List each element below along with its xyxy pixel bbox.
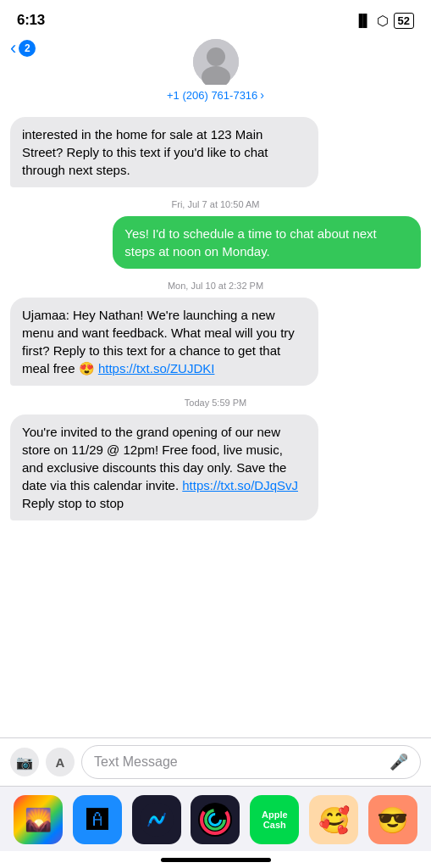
app-dock: 🌄 🅰 AppleCash 🥰 😎 [0, 786, 431, 851]
back-button[interactable]: ‹ 2 [10, 37, 36, 59]
timestamp-label: Fri, Jul 7 at 10:50 AM [10, 199, 421, 209]
input-placeholder: Text Message [94, 754, 178, 770]
home-indicator [0, 851, 431, 868]
message-row: interested in the home for sale at 123 M… [10, 117, 421, 187]
dock-photos-app[interactable]: 🌄 [14, 795, 63, 844]
message-text: Yes! I'd to schedule a time to chat abou… [124, 226, 377, 259]
microphone-icon: 🎤 [390, 753, 408, 771]
memoji2-icon: 😎 [377, 805, 408, 835]
message-link[interactable]: https://txt.so/ZUJDKI [98, 361, 215, 376]
svg-point-1 [207, 47, 225, 66]
contact-avatar [193, 39, 239, 85]
message-text: Ujamaa: Hey Nathan! We're launching a ne… [22, 308, 295, 376]
battery-icon: 52 [394, 13, 414, 29]
message-text: interested in the home for sale at 123 M… [22, 127, 268, 177]
timestamp-label: Today 5:59 PM [10, 398, 421, 408]
dock-appstore-app[interactable]: 🅰 [73, 795, 122, 844]
message-text: You're invited to the grand opening of o… [22, 425, 298, 510]
dock-memoji2-app[interactable]: 😎 [368, 795, 417, 844]
message-bubble: Ujamaa: Hey Nathan! We're launching a ne… [10, 298, 318, 386]
home-bar [161, 858, 271, 862]
input-toolbar: 📷 A Text Message 🎤 [0, 737, 431, 786]
dock-shazam-app[interactable] [132, 795, 181, 844]
message-row: You're invited to the grand opening of o… [10, 415, 421, 520]
contact-name[interactable]: +1 (206) 761-7316 › [167, 88, 264, 102]
nav-header: ‹ 2 +1 (206) 761-7316 › [0, 34, 431, 110]
message-row: Ujamaa: Hey Nathan! We're launching a ne… [10, 298, 421, 386]
message-bubble: interested in the home for sale at 123 M… [10, 117, 318, 187]
timestamp-label: Mon, Jul 10 at 2:32 PM [10, 281, 421, 291]
message-row: Yes! I'd to schedule a time to chat abou… [10, 216, 421, 269]
camera-button[interactable]: 📷 [10, 748, 39, 776]
message-bubble: Yes! I'd to schedule a time to chat abou… [113, 216, 421, 269]
cash-icon: AppleCash [262, 810, 288, 830]
chevron-right-icon: › [260, 88, 264, 102]
avatar-svg [193, 39, 239, 85]
signal-icon: ▐▌ [355, 14, 372, 27]
dock-activity-app[interactable] [191, 795, 240, 844]
message-input[interactable]: Text Message 🎤 [81, 745, 421, 779]
message-link[interactable]: https://txt.so/DJqSvJ [182, 478, 298, 492]
shazam-icon [140, 803, 174, 837]
appstore-icon: 🅰 [86, 807, 108, 833]
apps-icon: A [56, 755, 65, 770]
activity-icon [198, 803, 232, 837]
apps-button[interactable]: A [46, 748, 75, 776]
message-bubble: You're invited to the grand opening of o… [10, 415, 318, 520]
phone-screen: 6:13 ▐▌ ⬡ 52 ‹ 2 +1 (206) 761-7316 › [0, 0, 431, 868]
dock-memoji1-app[interactable]: 🥰 [309, 795, 358, 844]
wifi-icon: ⬡ [377, 13, 389, 29]
camera-icon: 📷 [16, 754, 33, 771]
memoji1-icon: 🥰 [318, 805, 350, 835]
status-time: 6:13 [17, 12, 45, 29]
status-icons: ▐▌ ⬡ 52 [355, 13, 414, 29]
dock-cash-app[interactable]: AppleCash [250, 795, 299, 844]
back-badge: 2 [19, 40, 36, 57]
status-bar: 6:13 ▐▌ ⬡ 52 [0, 0, 431, 34]
back-chevron-icon: ‹ [10, 37, 16, 59]
messages-area[interactable]: interested in the home for sale at 123 M… [0, 110, 431, 737]
photos-icon: 🌄 [25, 807, 52, 833]
